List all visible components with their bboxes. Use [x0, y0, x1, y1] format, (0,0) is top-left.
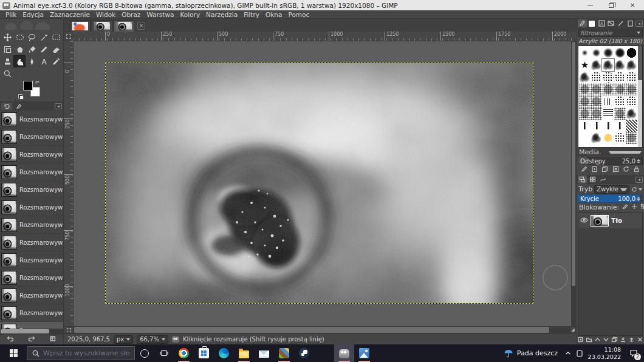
brush-item[interactable]	[626, 120, 637, 132]
brush-item[interactable]	[579, 132, 591, 144]
brush-item[interactable]	[602, 83, 614, 95]
history-item[interactable]: Rozsmarowywanie	[0, 128, 63, 146]
cortana-button[interactable]	[135, 344, 154, 362]
mode-switch-button[interactable]	[631, 186, 642, 193]
menu-item[interactable]: Edycja	[19, 11, 47, 18]
menu-item[interactable]: Obraz	[118, 11, 143, 18]
taskbar-app-photos[interactable]	[354, 344, 374, 362]
brush-item[interactable]	[591, 95, 602, 108]
menu-item[interactable]: Okna	[262, 11, 285, 18]
patterns-tab[interactable]	[587, 19, 597, 27]
brush-item[interactable]	[591, 59, 602, 71]
history-item[interactable]: Rozsmarowywanie	[0, 322, 63, 329]
brush-item[interactable]	[626, 47, 637, 59]
new-group-button[interactable]	[586, 336, 592, 344]
taskbar-app-gimp[interactable]	[334, 344, 354, 362]
brush-item[interactable]	[602, 95, 614, 108]
layers-tab[interactable]	[578, 176, 587, 183]
history-item[interactable]: Rozsmarowywanie	[0, 269, 63, 287]
tool-presets-tab[interactable]	[13, 103, 24, 110]
open-brush-button[interactable]	[633, 166, 640, 174]
document-history-tab[interactable]	[626, 19, 635, 27]
brush-item[interactable]	[579, 59, 591, 71]
clone-tool[interactable]	[1, 55, 13, 67]
gradients-tab[interactable]	[607, 19, 616, 27]
history-item[interactable]: Rozsmarowywanie	[0, 216, 63, 234]
search-input[interactable]	[43, 349, 129, 357]
unit-select[interactable]: px	[114, 335, 133, 344]
new-layer-button[interactable]	[577, 336, 584, 344]
move-tool[interactable]	[1, 31, 13, 43]
menu-item[interactable]: Widok	[93, 11, 118, 18]
brush-item[interactable]	[602, 47, 614, 59]
brush-item[interactable]	[602, 59, 614, 71]
media-dropdown[interactable]: Media.	[577, 148, 644, 156]
zoom-select[interactable]: 66,7%	[137, 335, 168, 344]
dock-menu-button[interactable]: ◂	[635, 21, 643, 27]
menu-item[interactable]: Plik	[2, 11, 19, 18]
taskbar-clock[interactable]: 11:08 23.03.2022	[586, 344, 623, 362]
taskbar-app-explorer[interactable]	[234, 344, 254, 362]
brush-item[interactable]	[602, 108, 614, 120]
brush-item[interactable]	[626, 59, 637, 71]
brush-item[interactable]	[614, 59, 626, 71]
eraser-tool[interactable]	[50, 43, 62, 55]
swap-colors-icon[interactable]: ⇄	[35, 80, 39, 85]
fuzzy-select-tool[interactable]	[38, 31, 50, 43]
history-item[interactable]: Rozsmarowywanie	[0, 304, 63, 322]
brush-item[interactable]	[614, 47, 626, 59]
taskbar-app-settings[interactable]	[314, 344, 334, 362]
pencil-tool[interactable]	[38, 43, 50, 55]
paths-tab[interactable]	[598, 176, 608, 183]
anchor-button[interactable]	[628, 336, 635, 344]
weather-widget[interactable]: Pada deszcz	[499, 344, 563, 362]
brush-spacing-slider[interactable]: Odstępy 25,0	[578, 157, 643, 165]
history-item[interactable]: Rozsmarowywanie	[0, 163, 63, 181]
new-brush-button[interactable]	[591, 166, 598, 174]
brush-item[interactable]	[614, 120, 626, 132]
restore-button[interactable]	[602, 0, 620, 10]
brush-item[interactable]	[614, 132, 626, 144]
lower-layer-button[interactable]	[603, 336, 609, 344]
edit-brush-button[interactable]	[581, 166, 587, 174]
taskbar-search[interactable]	[27, 346, 135, 360]
brush-item[interactable]	[579, 47, 591, 59]
delete-layer-button[interactable]	[637, 336, 643, 344]
brush-item[interactable]	[626, 108, 637, 120]
close-button[interactable]: ×	[623, 0, 642, 10]
brush-grid-scrollbar[interactable]	[638, 46, 642, 147]
brush-item[interactable]	[591, 83, 602, 95]
brush-item[interactable]	[602, 132, 614, 144]
brush-item[interactable]	[591, 71, 602, 83]
taskbar-app-chrome[interactable]	[174, 344, 194, 362]
zoom-tool[interactable]	[1, 67, 13, 80]
brush-item[interactable]	[614, 71, 626, 83]
menu-item[interactable]: Zaznaczenie	[47, 11, 93, 18]
refresh-brushes-button[interactable]	[623, 166, 629, 174]
clear-history-button[interactable]	[49, 335, 57, 344]
color-picker-tool[interactable]	[50, 55, 62, 67]
history-item[interactable]: Rozsmarowywanie	[0, 234, 63, 251]
channels-tab[interactable]	[588, 176, 597, 183]
free-select-tool[interactable]	[26, 31, 38, 43]
brush-item[interactable]	[579, 108, 591, 120]
layer-row-Tło[interactable]: Tło	[578, 213, 642, 228]
history-item[interactable]: Rozsmarowywanie	[0, 251, 63, 269]
pencil-tab[interactable]	[616, 19, 625, 27]
quick-mask-button[interactable]	[64, 326, 74, 333]
task-view-button[interactable]	[154, 344, 174, 362]
brush-item[interactable]	[579, 71, 591, 83]
opacity-slider[interactable]: Krycie 100,0	[578, 194, 643, 203]
brush-item[interactable]	[591, 132, 602, 144]
default-colors-icon[interactable]	[18, 94, 24, 100]
taskbar-app-edge[interactable]	[214, 344, 234, 362]
bucket-fill-tool[interactable]	[26, 43, 38, 55]
brush-item[interactable]	[579, 120, 591, 132]
alignment-tool[interactable]	[1, 43, 13, 55]
tray-device-button[interactable]	[574, 344, 586, 362]
history-item[interactable]: Rozsmarowywanie	[0, 181, 63, 199]
brush-item[interactable]	[614, 108, 626, 120]
smudge-tool[interactable]	[13, 55, 26, 67]
rectangle-select-tool[interactable]	[50, 31, 62, 43]
taskbar-app-game[interactable]	[274, 344, 294, 362]
